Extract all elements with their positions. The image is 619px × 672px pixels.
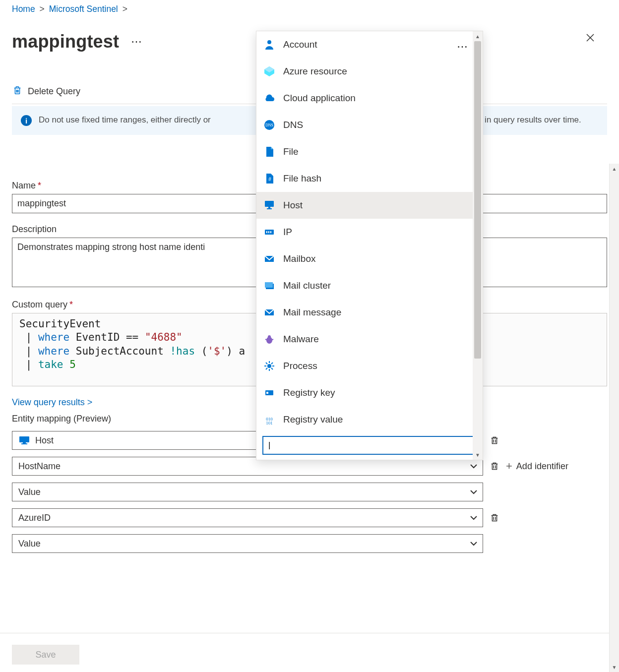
entity-option-mail-cluster[interactable]: Mail cluster bbox=[256, 272, 483, 299]
process-icon bbox=[263, 360, 275, 372]
add-identifier-button[interactable]: + Add identifier bbox=[506, 461, 568, 472]
entity-option-registry-value[interactable]: 010101Registry value bbox=[256, 406, 483, 433]
delete-entity-icon[interactable] bbox=[489, 435, 500, 446]
svg-rect-17 bbox=[270, 231, 271, 233]
entity-option-host[interactable]: Host bbox=[256, 192, 483, 219]
entity-option-label: DNS bbox=[283, 120, 303, 130]
entity-option-label: Host bbox=[283, 200, 303, 211]
svg-rect-20 bbox=[265, 282, 273, 288]
breadcrumb-sep: > bbox=[38, 4, 47, 14]
svg-line-31 bbox=[266, 363, 267, 364]
entity-type-dropdown: ⋯ AccountAzure resourceCloud application… bbox=[256, 31, 483, 460]
identifier-select-2[interactable]: AzureID bbox=[12, 508, 483, 527]
entity-filter-input[interactable] bbox=[267, 440, 472, 451]
breadcrumb-sentinel[interactable]: Microsoft Sentinel bbox=[49, 4, 118, 14]
entity-option-malware[interactable]: Malware bbox=[256, 326, 483, 353]
scroll-up-icon[interactable]: ▲ bbox=[473, 31, 483, 41]
delete-identifier-1-icon[interactable] bbox=[489, 461, 500, 472]
delete-identifier-2-icon[interactable] bbox=[489, 512, 500, 523]
entity-option-label: File bbox=[283, 146, 299, 157]
svg-point-23 bbox=[268, 335, 271, 338]
entity-option-dns[interactable]: DNSDNS bbox=[256, 112, 483, 138]
entity-option-ip[interactable]: IP bbox=[256, 219, 483, 245]
svg-rect-11 bbox=[265, 201, 274, 207]
svg-rect-13 bbox=[267, 208, 272, 209]
entity-option-label: Mailbox bbox=[283, 253, 315, 264]
value-2-value: Value bbox=[18, 539, 41, 549]
host-icon bbox=[263, 199, 275, 211]
delete-query-label: Delete Query bbox=[28, 86, 80, 97]
save-button[interactable]: Save bbox=[12, 645, 79, 665]
identifier-1-value: HostName bbox=[18, 461, 61, 472]
svg-point-5 bbox=[267, 40, 271, 44]
mail-message-icon bbox=[263, 306, 275, 318]
footer-divider bbox=[0, 633, 619, 633]
identifier-2-value: AzureID bbox=[18, 513, 51, 523]
svg-rect-2 bbox=[19, 436, 29, 442]
entity-option-process[interactable]: Process bbox=[256, 353, 483, 379]
entity-option-registry-key[interactable]: Registry key bbox=[256, 379, 483, 406]
delete-query-button[interactable]: Delete Query bbox=[12, 85, 80, 98]
svg-line-33 bbox=[266, 368, 267, 369]
chevron-down-icon bbox=[470, 540, 478, 548]
entity-option-file[interactable]: File bbox=[256, 138, 483, 165]
svg-rect-4 bbox=[21, 443, 27, 444]
page-scrollbar[interactable]: ▲ ▼ bbox=[609, 164, 619, 672]
mail-cluster-icon bbox=[263, 280, 275, 292]
scrollbar-thumb[interactable] bbox=[474, 41, 481, 359]
ip-icon bbox=[263, 226, 275, 238]
account-icon bbox=[263, 39, 275, 51]
entity-option-label: Mail message bbox=[283, 307, 341, 318]
value-1-value: Value bbox=[18, 487, 41, 497]
svg-text:DNS: DNS bbox=[265, 123, 273, 127]
entity-option-label: File hash bbox=[283, 173, 321, 184]
info-icon: i bbox=[21, 115, 32, 126]
entity-option-label: Cloud application bbox=[283, 93, 356, 104]
close-icon[interactable] bbox=[582, 30, 598, 46]
info-text-left: Do not use fixed time ranges, either dir… bbox=[39, 115, 211, 124]
entity-option-label: Process bbox=[283, 361, 317, 371]
svg-rect-12 bbox=[268, 207, 270, 208]
value-select-1[interactable]: Value bbox=[12, 483, 483, 501]
trash-icon bbox=[12, 85, 23, 98]
entity-option-label: Malware bbox=[283, 334, 319, 345]
entity-option-azure-resource[interactable]: Azure resource bbox=[256, 58, 483, 85]
title-more-icon[interactable]: ⋯ bbox=[131, 35, 143, 48]
value-select-2[interactable]: Value bbox=[12, 534, 483, 553]
entity-option-label: Mail cluster bbox=[283, 280, 331, 291]
malware-icon bbox=[263, 333, 275, 345]
entity-option-cloud-application[interactable]: Cloud application bbox=[256, 85, 483, 112]
svg-rect-3 bbox=[23, 442, 26, 443]
svg-text:101: 101 bbox=[266, 421, 273, 426]
breadcrumb-home[interactable]: Home bbox=[12, 4, 35, 14]
entity-option-account[interactable]: Account bbox=[256, 31, 483, 58]
file-icon bbox=[263, 146, 275, 158]
dropdown-scrollbar[interactable]: ▲ ▼ bbox=[473, 31, 483, 460]
chevron-down-icon bbox=[470, 488, 478, 496]
cloud-application-icon bbox=[263, 92, 275, 104]
entity-option-mailbox[interactable]: Mailbox bbox=[256, 245, 483, 272]
svg-point-26 bbox=[267, 364, 271, 368]
chevron-down-icon bbox=[470, 514, 478, 522]
scroll-down-icon[interactable]: ▼ bbox=[473, 450, 483, 460]
azure-resource-icon bbox=[263, 65, 275, 77]
breadcrumb-sep: > bbox=[121, 4, 129, 14]
scroll-up-icon[interactable]: ▲ bbox=[610, 164, 619, 174]
dns-icon: DNS bbox=[263, 119, 275, 131]
entity-dropdown-list: AccountAzure resourceCloud applicationDN… bbox=[256, 31, 483, 433]
entity-option-label: Azure resource bbox=[283, 66, 347, 77]
entity-option-label: IP bbox=[283, 227, 292, 238]
entity-option-mail-message[interactable]: Mail message bbox=[256, 299, 483, 326]
entity-option-label: Account bbox=[283, 39, 317, 50]
registry-key-icon bbox=[263, 387, 275, 399]
mailbox-icon bbox=[263, 253, 275, 265]
svg-text:#: # bbox=[268, 177, 271, 182]
scroll-down-icon[interactable]: ▼ bbox=[610, 662, 619, 672]
svg-line-32 bbox=[271, 368, 273, 369]
svg-line-34 bbox=[271, 363, 273, 364]
entity-option-label: Registry value bbox=[283, 414, 343, 425]
entity-option-label: Registry key bbox=[283, 387, 335, 398]
entity-option-file-hash[interactable]: #File hash bbox=[256, 165, 483, 192]
file-hash-icon: # bbox=[263, 173, 275, 184]
breadcrumb: Home > Microsoft Sentinel > bbox=[12, 4, 129, 14]
